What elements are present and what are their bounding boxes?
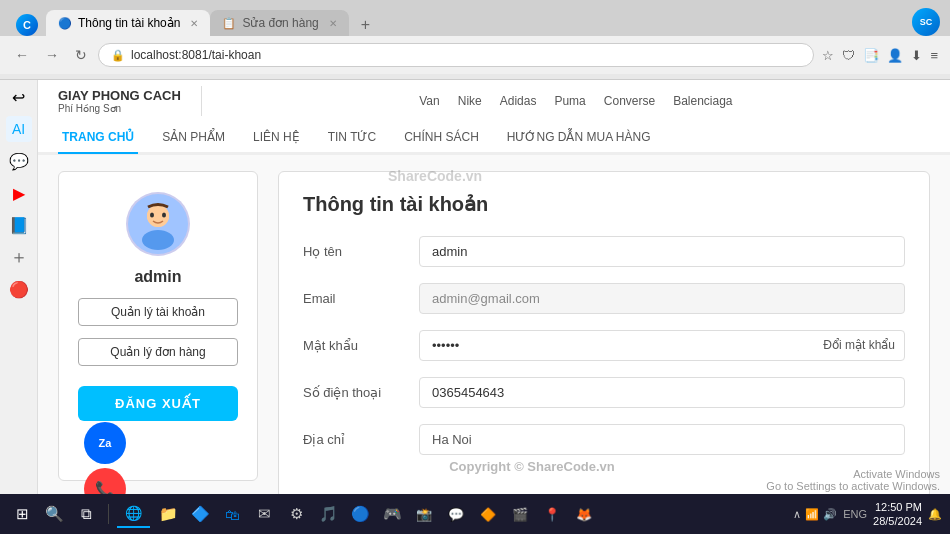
- main-content: GIAY PHONG CACH Phí Hồng Sơn Van Nike Ad…: [38, 80, 950, 534]
- taskbar-app7[interactable]: 🎬: [506, 500, 534, 528]
- tab-account[interactable]: 🔵 Thông tin tài khoản ✕: [46, 10, 210, 36]
- label-name: Họ tên: [303, 236, 403, 259]
- bookmark-icon[interactable]: 📑: [861, 46, 881, 65]
- taskbar-app5[interactable]: 💬: [442, 500, 470, 528]
- browser-actions: ☆ 🛡 📑 👤 ⬇ ≡: [820, 46, 940, 65]
- taskbar-date-value: 28/5/2024: [873, 514, 922, 528]
- sidebar-youtube-icon[interactable]: ▶: [6, 180, 32, 206]
- nav-contact[interactable]: LIÊN HỆ: [249, 122, 304, 154]
- brand-balenciaga[interactable]: Balenciaga: [673, 94, 732, 108]
- logout-button[interactable]: ĐĂNG XUẤT: [78, 386, 238, 421]
- svg-point-5: [162, 213, 166, 218]
- lock-icon: 🔒: [111, 49, 125, 62]
- tab-close-orders[interactable]: ✕: [329, 18, 337, 29]
- svg-point-2: [142, 230, 174, 250]
- manage-account-button[interactable]: Quản lý tài khoản: [78, 298, 238, 326]
- taskbar-mail[interactable]: ✉: [250, 500, 278, 528]
- system-tray: ∧ 📶 🔊: [793, 508, 837, 521]
- taskbar-settings[interactable]: ⚙: [282, 500, 310, 528]
- shield-icon[interactable]: 🛡: [840, 46, 857, 65]
- input-address[interactable]: [419, 424, 905, 455]
- sidebar-add-icon[interactable]: ＋: [6, 244, 32, 270]
- nav-bar: TRANG CHỦ SẢN PHẨM LIÊN HỆ TIN TỨC CHÍNH…: [38, 122, 950, 154]
- forward-button[interactable]: →: [40, 45, 64, 65]
- menu-icon[interactable]: ≡: [928, 46, 940, 65]
- taskbar-app6[interactable]: 🔶: [474, 500, 502, 528]
- tray-chevron[interactable]: ∧: [793, 508, 801, 521]
- activate-line2: Go to Settings to activate Windows.: [766, 480, 940, 492]
- taskbar-edge[interactable]: 🔷: [186, 500, 214, 528]
- brand-nike[interactable]: Nike: [458, 94, 482, 108]
- brand-info: GIAY PHONG CACH Phí Hồng Sơn: [58, 88, 181, 115]
- taskbar-start[interactable]: ⊞: [8, 500, 36, 528]
- nav-news[interactable]: TIN TỨC: [324, 122, 380, 154]
- input-name[interactable]: [419, 236, 905, 267]
- zalo-button[interactable]: Za: [84, 422, 126, 464]
- avatar: [126, 192, 190, 256]
- sharecode-logo-icon: SC: [912, 8, 940, 36]
- sidebar-messenger-icon[interactable]: 💬: [6, 148, 32, 174]
- tab-orders[interactable]: 📋 Sửa đơn hàng ✕: [210, 10, 348, 36]
- taskbar-browser-icon: 🌐: [125, 505, 142, 521]
- field-email-wrap: [419, 283, 905, 314]
- taskbar: ⊞ 🔍 ⧉ 🌐 📁 🔷 🛍 ✉ ⚙ 🎵 🔵 🎮 📸 💬 🔶 🎬 📍 🦊 ∧ 📶 …: [0, 494, 950, 534]
- field-phone-wrap: [419, 377, 905, 408]
- brand-adidas[interactable]: Adidas: [500, 94, 537, 108]
- sidebar-ai-icon[interactable]: AI: [6, 116, 32, 142]
- taskbar-app1[interactable]: 🎵: [314, 500, 342, 528]
- star-icon[interactable]: ☆: [820, 46, 836, 65]
- sidebar-history-icon[interactable]: ↩: [6, 84, 32, 110]
- browser-logo: C: [16, 14, 38, 36]
- nav-policy[interactable]: CHÍNH SÁCH: [400, 122, 483, 154]
- change-password-link[interactable]: Đổi mật khẩu: [823, 338, 895, 352]
- tab-close-account[interactable]: ✕: [190, 18, 198, 29]
- profile-icon[interactable]: 👤: [885, 46, 905, 65]
- brand-converse[interactable]: Converse: [604, 94, 655, 108]
- sidebar-red-icon[interactable]: 🔴: [6, 276, 32, 302]
- brand-puma[interactable]: Puma: [554, 94, 585, 108]
- taskbar-app2[interactable]: 🔵: [346, 500, 374, 528]
- language-label[interactable]: ENG: [843, 508, 867, 520]
- form-title: Thông tin tài khoản: [303, 192, 905, 216]
- volume-icon[interactable]: 🔊: [823, 508, 837, 521]
- notification-icon[interactable]: 🔔: [928, 508, 942, 521]
- taskbar-task-view[interactable]: ⧉: [72, 500, 100, 528]
- brand-van[interactable]: Van: [419, 94, 439, 108]
- nav-home[interactable]: TRANG CHỦ: [58, 122, 138, 154]
- brand-divider: [201, 86, 202, 116]
- label-address: Địa chỉ: [303, 424, 403, 447]
- taskbar-app9[interactable]: 🦊: [570, 500, 598, 528]
- sidebar-facebook-icon[interactable]: 📘: [6, 212, 32, 238]
- input-email[interactable]: [419, 283, 905, 314]
- new-tab-button[interactable]: +: [355, 14, 376, 36]
- form-row-email: Email: [303, 283, 905, 314]
- tab-favicon: 🔵: [58, 17, 72, 30]
- tab-bar: C 🔵 Thông tin tài khoản ✕ 📋 Sửa đơn hàng…: [0, 0, 950, 36]
- nav-guide[interactable]: HƯỚNG DẪN MUA HÀNG: [503, 122, 655, 154]
- label-email: Email: [303, 283, 403, 306]
- taskbar-browser-app[interactable]: 🌐: [117, 500, 150, 528]
- field-address-wrap: [419, 424, 905, 455]
- taskbar-store[interactable]: 🛍: [218, 500, 246, 528]
- tab-orders-label: Sửa đơn hàng: [242, 16, 318, 30]
- field-name-wrap: [419, 236, 905, 267]
- taskbar-app8[interactable]: 📍: [538, 500, 566, 528]
- download-icon[interactable]: ⬇: [909, 46, 924, 65]
- taskbar-app3[interactable]: 🎮: [378, 500, 406, 528]
- taskbar-folder[interactable]: 📁: [154, 500, 182, 528]
- input-phone[interactable]: [419, 377, 905, 408]
- taskbar-right: ∧ 📶 🔊 ENG 12:50 PM 28/5/2024 🔔: [793, 500, 942, 529]
- label-password: Mật khẩu: [303, 330, 403, 353]
- back-button[interactable]: ←: [10, 45, 34, 65]
- manage-orders-button[interactable]: Quản lý đơn hàng: [78, 338, 238, 366]
- taskbar-app4[interactable]: 📸: [410, 500, 438, 528]
- brand-sub: Phí Hồng Sơn: [58, 103, 181, 114]
- nav-products[interactable]: SẢN PHẨM: [158, 122, 229, 154]
- url-bar[interactable]: 🔒 localhost:8081/tai-khoan: [98, 43, 814, 67]
- refresh-button[interactable]: ↻: [70, 45, 92, 65]
- form-row-name: Họ tên: [303, 236, 905, 267]
- taskbar-search[interactable]: 🔍: [40, 500, 68, 528]
- network-icon[interactable]: 📶: [805, 508, 819, 521]
- page-body: admin Quản lý tài khoản Quản lý đơn hàng…: [38, 155, 950, 515]
- taskbar-separator: [108, 504, 109, 524]
